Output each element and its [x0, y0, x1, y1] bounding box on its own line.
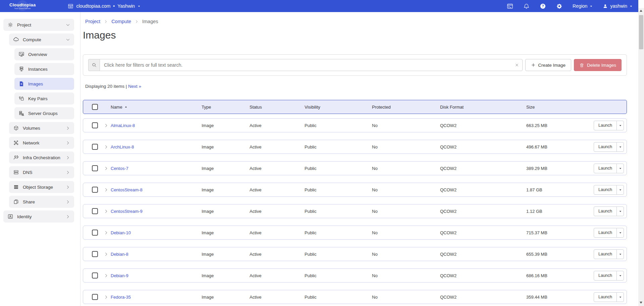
sidebar-item-overview[interactable]: Overview: [14, 48, 74, 60]
row-expander-icon[interactable]: [104, 252, 111, 256]
brand-logo[interactable]: Cloudtopiaa Your Cloud Partner: [9, 3, 36, 9]
launch-dropdown-toggle[interactable]: [616, 249, 624, 259]
scrollbar-thumb[interactable]: [639, 15, 643, 49]
type-cell: Image: [202, 123, 250, 128]
sidebar-item-dns[interactable]: DNS: [9, 166, 74, 178]
row-checkbox[interactable]: [92, 208, 98, 214]
launch-dropdown-toggle[interactable]: [616, 142, 624, 152]
sidebar-item-object-storage[interactable]: Object Storage: [9, 181, 74, 193]
sidebar-item-server-groups[interactable]: Server Groups: [14, 107, 74, 119]
image-name-link[interactable]: Debian-10: [111, 230, 202, 235]
search-input[interactable]: [100, 59, 523, 71]
sidebar-item-infra-orchestration[interactable]: Infra Orchestration: [9, 151, 74, 164]
row-checkbox[interactable]: [92, 272, 98, 279]
row-checkbox[interactable]: [92, 187, 98, 193]
sidebar-item-label: Compute: [23, 37, 41, 42]
create-image-button[interactable]: Create Image: [525, 59, 571, 71]
sidebar-item-images[interactable]: Images: [14, 78, 74, 90]
region-dropdown[interactable]: Region: [573, 3, 593, 9]
column-header-disk-format[interactable]: Disk Format: [440, 105, 526, 110]
launch-dropdown-toggle[interactable]: [616, 121, 624, 130]
create-image-label: Create Image: [538, 63, 566, 68]
sidebar-item-instances[interactable]: Instances: [14, 63, 74, 75]
column-header-type[interactable]: Type: [202, 105, 250, 110]
launch-dropdown-toggle[interactable]: [616, 292, 624, 302]
launch-button[interactable]: Launch: [594, 185, 617, 195]
row-expander-icon[interactable]: [104, 231, 111, 235]
sidebar-item-identity[interactable]: Identity: [3, 210, 74, 223]
sidebar-item-label: Server Groups: [28, 111, 58, 116]
gear-icon[interactable]: [556, 3, 562, 9]
launch-dropdown-toggle[interactable]: [616, 164, 624, 173]
caret-down-icon: [619, 188, 622, 191]
row-checkbox[interactable]: [92, 294, 98, 300]
row-checkbox[interactable]: [92, 230, 98, 236]
column-header-name[interactable]: Name: [111, 105, 202, 110]
row-expander-icon[interactable]: [104, 166, 111, 171]
vertical-scrollbar[interactable]: [638, 0, 644, 306]
launch-dropdown-toggle[interactable]: [616, 185, 624, 195]
chevron-down-icon: [66, 38, 70, 42]
launch-button[interactable]: Launch: [594, 206, 617, 216]
visibility-cell: Public: [305, 230, 372, 235]
breadcrumb-project[interactable]: Project: [85, 19, 100, 24]
image-name-link[interactable]: Centos-7: [111, 166, 202, 171]
protected-cell: No: [372, 144, 440, 149]
launch-dropdown-toggle[interactable]: [616, 206, 624, 216]
row-expander-icon[interactable]: [104, 123, 111, 128]
launch-button[interactable]: Launch: [594, 164, 617, 173]
project-switcher[interactable]: cloudtopiaa.com • Yashwin: [68, 3, 141, 9]
terminal-icon[interactable]: [507, 3, 513, 9]
scrollbar-down-arrow[interactable]: [640, 302, 642, 304]
row-checkbox[interactable]: [92, 165, 98, 171]
sidebar-item-project[interactable]: Project: [3, 19, 74, 31]
help-icon[interactable]: ?: [540, 3, 546, 9]
image-name-link[interactable]: CentosStream-8: [111, 187, 202, 192]
column-header-status[interactable]: Status: [250, 105, 305, 110]
sidebar-nav: ProjectComputeOverviewInstancesImagesKey…: [0, 12, 80, 306]
server-group-icon: [18, 110, 24, 116]
search-icon[interactable]: [88, 59, 100, 71]
close-icon[interactable]: [515, 63, 519, 67]
launch-button[interactable]: Launch: [594, 271, 617, 281]
size-cell: 389.29 MB: [526, 166, 592, 171]
sidebar-item-volumes[interactable]: Volumes: [9, 122, 74, 134]
column-header-size[interactable]: Size: [526, 105, 592, 110]
sidebar-item-share[interactable]: Share: [9, 196, 74, 208]
row-checkbox[interactable]: [92, 251, 98, 257]
image-name-link[interactable]: Debian-8: [111, 252, 202, 257]
image-name-link[interactable]: Fedora-35: [111, 295, 202, 300]
select-all-checkbox[interactable]: [92, 104, 98, 110]
sidebar-item-key-pairs[interactable]: Key Pairs: [14, 93, 74, 105]
image-name-link[interactable]: CentosStream-9: [111, 209, 202, 214]
image-name-link[interactable]: ArchLinux-8: [111, 144, 202, 149]
next-page-link[interactable]: Next »: [128, 84, 141, 89]
row-checkbox[interactable]: [92, 144, 98, 150]
delete-images-button[interactable]: Delete Images: [574, 59, 622, 71]
row-expander-icon[interactable]: [104, 188, 111, 192]
sidebar-item-compute[interactable]: Compute: [9, 34, 74, 46]
chevron-down-icon: [138, 5, 141, 8]
row-expander-icon[interactable]: [104, 145, 111, 149]
row-expander-icon[interactable]: [104, 209, 111, 213]
column-header-protected[interactable]: Protected: [372, 105, 440, 110]
row-checkbox[interactable]: [92, 122, 98, 128]
image-name-link[interactable]: Debian-9: [111, 273, 202, 278]
sidebar-item-network[interactable]: Network: [9, 137, 74, 149]
row-expander-icon[interactable]: [104, 295, 111, 299]
launch-button[interactable]: Launch: [594, 228, 617, 238]
launch-button[interactable]: Launch: [594, 249, 617, 259]
image-name-link[interactable]: AlmaLinux-8: [111, 123, 202, 128]
launch-dropdown-toggle[interactable]: [616, 228, 624, 238]
breadcrumb-compute[interactable]: Compute: [111, 19, 131, 24]
launch-button[interactable]: Launch: [594, 292, 617, 302]
chevron-right-icon: [66, 126, 70, 130]
launch-button[interactable]: Launch: [594, 121, 617, 130]
scrollbar-up-arrow[interactable]: [640, 10, 642, 12]
column-header-visibility[interactable]: Visibility: [305, 105, 372, 110]
bell-icon[interactable]: [523, 3, 530, 9]
launch-button[interactable]: Launch: [594, 142, 617, 152]
launch-dropdown-toggle[interactable]: [616, 271, 624, 281]
row-expander-icon[interactable]: [104, 273, 111, 278]
user-dropdown[interactable]: yashwin: [603, 3, 633, 9]
